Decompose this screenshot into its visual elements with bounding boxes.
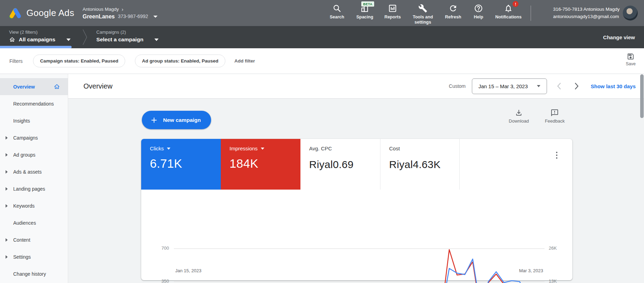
reports-button[interactable]: Reports xyxy=(380,4,405,20)
campaign-selector[interactable]: Campaigns (2) Select a campaign xyxy=(96,26,159,48)
notifications-button[interactable]: ! Notifications xyxy=(492,4,525,20)
date-range-picker[interactable]: Jan 15 – Mar 3, 2023 xyxy=(472,78,547,94)
tools-and-settings-button[interactable]: Tools and settings xyxy=(408,4,437,25)
change-view-button[interactable]: Change view xyxy=(603,26,635,48)
sidebar-item-label: Recommendations xyxy=(13,101,54,107)
download-button[interactable]: Download xyxy=(509,109,529,124)
refresh-icon xyxy=(449,4,458,13)
sidebar-item-label: Campaigns xyxy=(13,135,38,141)
sidebar-item-label: Change history xyxy=(13,271,46,277)
reports-icon xyxy=(388,4,397,13)
sidebar-item-campaigns[interactable]: Campaigns xyxy=(0,129,68,146)
feedback-icon xyxy=(550,109,559,117)
card-overflow-menu[interactable] xyxy=(552,151,561,160)
download-label: Download xyxy=(509,118,529,124)
sidebar-item-settings[interactable]: Settings xyxy=(0,248,68,265)
reports-label: Reports xyxy=(384,15,401,20)
brand-name: Google Ads xyxy=(26,8,74,18)
breadcrumb-account-name[interactable]: GreenLanes xyxy=(82,13,114,20)
sidebar-item-audiences[interactable]: Audiences xyxy=(0,214,68,231)
account-caret-icon xyxy=(153,16,158,18)
filter-chip-campaign-status[interactable]: Campaign status: Enabled, Paused xyxy=(33,55,125,67)
selected-view-indicator xyxy=(0,46,72,48)
plus-icon xyxy=(150,116,158,124)
campaign-selector-value: Select a campaign xyxy=(96,36,143,43)
date-mode-label: Custom xyxy=(449,83,466,89)
line-chart-plot xyxy=(174,247,545,283)
sidebar-item-recommendations[interactable]: Recommendations xyxy=(0,95,68,112)
filters-label: Filters xyxy=(9,58,23,64)
sidebar-item-landing-pages[interactable]: Landing pages xyxy=(0,180,68,197)
view-selector[interactable]: View (2 filters) All campaigns xyxy=(0,26,71,48)
add-filter-button[interactable]: Add filter xyxy=(234,58,255,64)
view-caret-icon xyxy=(66,39,71,41)
sidebar-item-change-history[interactable]: Change history xyxy=(0,265,68,282)
metric-caret-icon[interactable] xyxy=(167,148,170,150)
filter-chip-adgroup-status[interactable]: Ad group status: Enabled, Paused xyxy=(135,55,225,67)
view-selector-label: View (2 filters) xyxy=(9,29,71,36)
previous-range-button[interactable] xyxy=(557,82,561,90)
search-button[interactable]: Search xyxy=(325,4,349,20)
view-selector-value: All campaigns xyxy=(19,36,55,43)
account-info-line1: 316-750-7813 Antonious Magdy xyxy=(553,6,620,13)
sidebar-item-label: Ads & assets xyxy=(13,169,42,175)
sidebar-item-overview[interactable]: Overview xyxy=(0,78,68,95)
metric-value: Riyal0.69 xyxy=(309,159,380,170)
sidebar-item-label: Content xyxy=(13,237,30,243)
x-axis-end-label: Mar 3, 2023 xyxy=(519,268,543,273)
page-title: Overview xyxy=(83,82,112,90)
refresh-label: Refresh xyxy=(445,15,461,20)
search-icon xyxy=(332,4,341,13)
help-icon xyxy=(474,4,483,13)
expand-arrow-icon xyxy=(6,153,8,157)
tools-label: Tools and settings xyxy=(408,15,437,25)
expand-arrow-icon xyxy=(6,170,8,174)
left-axis-tick: 350 xyxy=(148,278,169,283)
date-range-value: Jan 15 – Mar 3, 2023 xyxy=(478,83,528,89)
home-icon xyxy=(54,83,60,90)
google-ads-logo-icon xyxy=(9,8,22,19)
sidebar-item-keywords[interactable]: Keywords xyxy=(0,197,68,214)
metric-card-avg-cpc[interactable]: Avg. CPC Riyal0.69 xyxy=(300,139,380,190)
overview-content: New campaign Download Feedbac xyxy=(68,99,644,283)
expand-arrow-icon xyxy=(6,204,8,208)
sidebar-item-insights[interactable]: Insights xyxy=(0,112,68,129)
notification-alert-badge: ! xyxy=(513,1,518,7)
left-sidebar: Overview Recommendations Insights Campai… xyxy=(0,74,68,283)
sidebar-item-label: Keywords xyxy=(13,203,34,209)
page-header: Overview Custom Jan 15 – Mar 3, 2023 Sho… xyxy=(68,74,644,99)
spacing-label: Spacing xyxy=(356,15,373,20)
metric-caret-icon[interactable] xyxy=(261,148,264,150)
next-range-button[interactable] xyxy=(574,82,579,90)
download-icon xyxy=(515,109,523,117)
breadcrumb-parent[interactable]: Antonious Magdy xyxy=(82,6,119,13)
account-breadcrumb[interactable]: Antonious Magdy › GreenLanes 373-987-699… xyxy=(82,0,158,26)
metric-card-cost[interactable]: Cost Riyal4.63K xyxy=(380,139,460,190)
sidebar-item-ads-assets[interactable]: Ads & assets xyxy=(0,163,68,180)
top-app-bar: Google Ads Antonious Magdy › GreenLanes … xyxy=(0,0,644,26)
top-nav-actions: Search BETA Spacing Reports Tools and se… xyxy=(325,0,525,26)
account-info[interactable]: 316-750-7813 Antonious Magdy antoniousma… xyxy=(553,0,620,26)
avatar[interactable] xyxy=(623,6,638,20)
right-axis-tick: 26K xyxy=(549,245,557,251)
show-last-30-days-link[interactable]: Show last 30 days xyxy=(591,83,636,89)
metric-label: Cost xyxy=(389,145,400,151)
refresh-button[interactable]: Refresh xyxy=(441,4,465,20)
spacing-button[interactable]: BETA Spacing xyxy=(353,4,377,20)
help-button[interactable]: Help xyxy=(469,4,488,20)
expand-arrow-icon xyxy=(6,255,8,259)
google-ads-logo[interactable]: Google Ads xyxy=(0,0,74,26)
metric-value: 184K xyxy=(230,157,300,170)
metric-card-clicks[interactable]: Clicks 6.71K xyxy=(141,139,221,190)
vertical-scrollbar[interactable] xyxy=(640,74,644,118)
new-campaign-button[interactable]: New campaign xyxy=(142,111,211,129)
sidebar-item-ad-groups[interactable]: Ad groups xyxy=(0,146,68,163)
metric-card-impressions[interactable]: Impressions 184K xyxy=(221,139,300,190)
sidebar-item-label: Overview xyxy=(13,84,35,90)
breadcrumb-account-id: 373-987-6992 xyxy=(118,13,148,20)
save-button[interactable]: Save xyxy=(626,52,636,66)
save-icon xyxy=(627,52,635,60)
sidebar-item-content[interactable]: Content xyxy=(0,231,68,248)
feedback-button[interactable]: Feedback xyxy=(545,109,565,124)
breadcrumb-chevron-icon: › xyxy=(122,6,123,13)
